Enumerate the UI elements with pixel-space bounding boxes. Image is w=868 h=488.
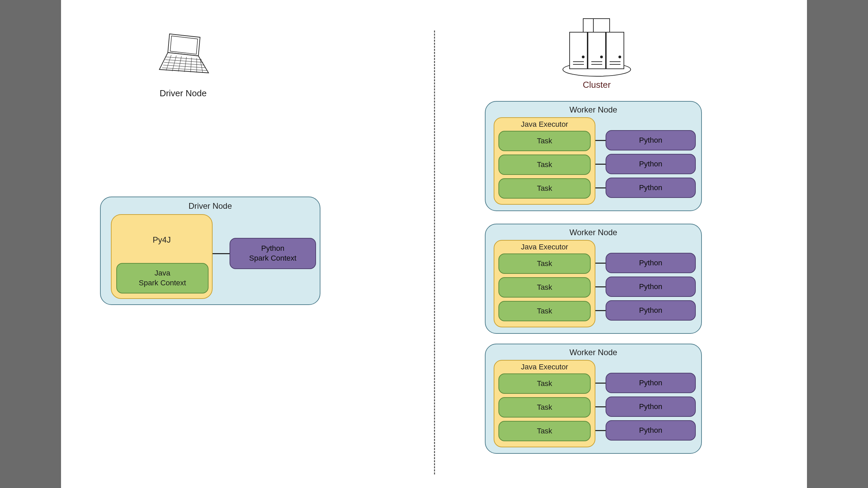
py4j-label: Py4J [112, 235, 212, 245]
python-box: Python [606, 300, 696, 321]
driver-section: Driver Node Driver Node Py4J Java Spark … [61, 0, 434, 488]
driver-icon-label: Driver Node [156, 88, 210, 99]
executor-title: Java Executor [494, 120, 595, 129]
py4j-box: Py4J Java Spark Context [111, 214, 213, 299]
svg-point-21 [600, 56, 603, 58]
task-box: Task [498, 397, 591, 418]
task-box: Task [498, 178, 591, 199]
cluster-icon [559, 14, 634, 78]
worker-title: Worker Node [486, 228, 701, 237]
python-sc-line2: Spark Context [249, 253, 296, 263]
worker-title: Worker Node [486, 348, 701, 357]
connector-line [595, 406, 606, 407]
executor-title: Java Executor [494, 243, 595, 251]
java-sc-line2: Spark Context [139, 278, 186, 288]
task-box: Task [498, 301, 591, 321]
cluster-section: Cluster Worker Node Java Executor Task T… [434, 0, 807, 488]
driver-node-box: Driver Node Py4J Java Spark Context Pyth… [100, 197, 320, 305]
cluster-icon-label: Cluster [559, 80, 634, 90]
python-box: Python [606, 396, 696, 417]
svg-rect-15 [570, 32, 587, 69]
java-sc-line1: Java [155, 268, 170, 278]
task-box: Task [498, 155, 591, 175]
worker-node-box: Worker Node Java Executor Task Task Task… [485, 224, 702, 334]
java-executor-box: Java Executor Task Task Task [494, 117, 595, 205]
connector-line [595, 430, 606, 431]
connector-line [595, 164, 606, 165]
task-box: Task [498, 253, 591, 274]
connector-line [595, 383, 606, 384]
task-box: Task [498, 131, 591, 151]
svg-point-24 [619, 56, 621, 58]
svg-rect-16 [588, 32, 606, 69]
executor-title: Java Executor [494, 363, 595, 371]
worker-node-box: Worker Node Java Executor Task Task Task… [485, 344, 702, 454]
laptop-icon [156, 30, 210, 81]
svg-rect-17 [606, 32, 624, 69]
task-box: Task [498, 373, 591, 394]
connector-line [595, 310, 606, 311]
python-box: Python [606, 154, 696, 174]
python-box: Python [606, 130, 696, 150]
connector-line [595, 286, 606, 287]
diagram-canvas: Driver Node Driver Node Py4J Java Spark … [61, 0, 807, 488]
python-box: Python [606, 420, 696, 441]
connector-line [595, 263, 606, 264]
connector-line [213, 253, 230, 254]
python-box: Python [606, 373, 696, 393]
task-box: Task [498, 277, 591, 298]
connector-line [595, 187, 606, 188]
task-box: Task [498, 421, 591, 441]
java-spark-context-box: Java Spark Context [116, 263, 209, 293]
python-sc-line1: Python [261, 244, 284, 253]
python-spark-context-box: Python Spark Context [230, 238, 316, 269]
java-executor-box: Java Executor Task Task Task [494, 240, 595, 327]
worker-node-box: Worker Node Java Executor Task Task Task… [485, 101, 702, 211]
java-executor-box: Java Executor Task Task Task [494, 360, 595, 447]
python-box: Python [606, 178, 696, 198]
worker-title: Worker Node [486, 105, 701, 115]
python-box: Python [606, 253, 696, 273]
connector-line [595, 140, 606, 141]
python-box: Python [606, 277, 696, 297]
svg-point-18 [582, 56, 584, 58]
driver-box-title: Driver Node [101, 201, 320, 211]
